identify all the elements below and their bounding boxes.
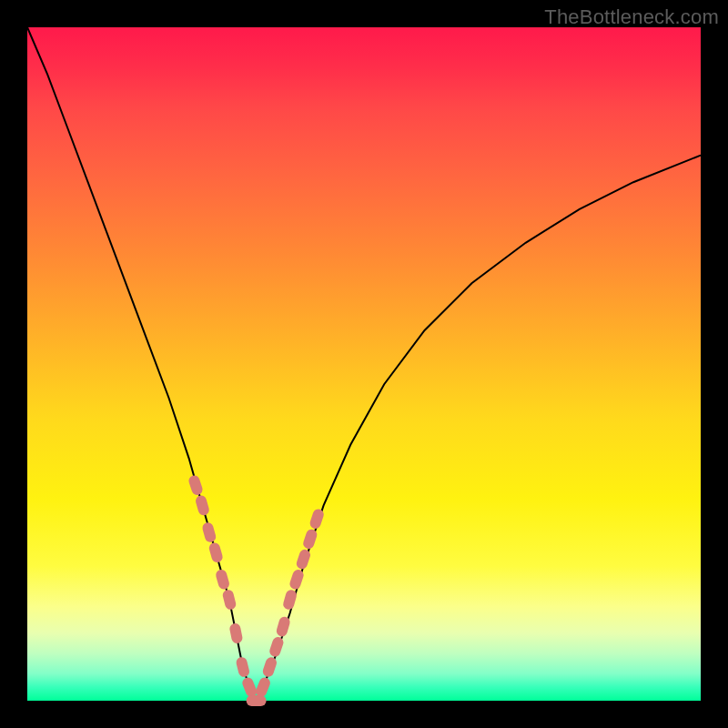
curve-marker xyxy=(254,676,271,699)
chart-frame: TheBottleneck.com xyxy=(0,0,728,728)
curve-marker xyxy=(302,528,318,551)
curve-marker xyxy=(228,622,243,644)
marker-group xyxy=(187,474,326,706)
curve-marker xyxy=(187,474,204,497)
curve-marker xyxy=(222,589,238,611)
curve-marker xyxy=(268,635,285,658)
curve-marker xyxy=(261,656,278,679)
plot-area xyxy=(27,27,701,701)
curve-marker xyxy=(201,521,217,543)
bottleneck-curve xyxy=(27,27,701,701)
curve-marker xyxy=(295,548,311,571)
curve-marker xyxy=(207,541,224,563)
chart-svg xyxy=(27,27,701,701)
curve-marker xyxy=(308,508,325,531)
watermark-text: TheBottleneck.com xyxy=(544,5,719,29)
curve-marker xyxy=(247,695,267,706)
curve-marker xyxy=(235,656,250,678)
curve-marker xyxy=(195,494,211,516)
curve-marker xyxy=(241,676,258,699)
curve-marker xyxy=(215,569,231,591)
